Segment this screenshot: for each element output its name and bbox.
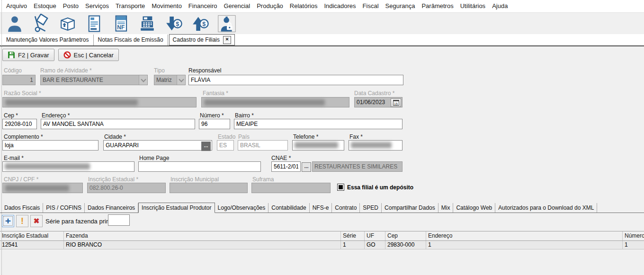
mdi-tab-bar: Manutenção Valores Parâmetros Notas Fisc… xyxy=(0,34,644,46)
menu-item[interactable]: Posto xyxy=(60,0,82,12)
ramo-atividade-label: Ramo de Atividade * xyxy=(40,67,92,74)
svg-text:$: $ xyxy=(202,20,206,27)
save-button[interactable]: F2 | Gravar xyxy=(2,49,54,61)
mdi-tab-manutencao[interactable]: Manutenção Valores Parâmetros xyxy=(2,35,94,45)
detail-tab[interactable]: Dados Financeiros xyxy=(85,203,138,213)
detail-tab[interactable]: Mix xyxy=(438,203,454,213)
column-header[interactable]: Inscrição Estadual xyxy=(0,231,64,240)
cnae-field[interactable] xyxy=(271,161,301,172)
browse-ellipsis-icon[interactable]: ... xyxy=(302,162,311,172)
fax-field[interactable] xyxy=(349,140,402,151)
endereco-field[interactable] xyxy=(41,119,195,129)
bairro-label: Bairro * xyxy=(235,112,254,119)
detail-tab[interactable]: Contrato xyxy=(332,203,360,213)
menu-item[interactable]: Financeiro xyxy=(185,0,221,12)
nf-document-icon[interactable]: NF xyxy=(109,13,133,34)
menu-item[interactable]: Transporte xyxy=(112,0,148,12)
checkbox-checked-icon xyxy=(339,185,343,189)
package-box-icon[interactable] xyxy=(56,13,80,34)
home-page-field[interactable] xyxy=(138,161,261,172)
detail-tab[interactable]: Catálogo Web xyxy=(453,203,495,213)
menu-item[interactable]: Relatórios xyxy=(286,0,321,12)
user-lock-icon[interactable] xyxy=(215,13,239,34)
main-toolbar: NF $ $ xyxy=(0,13,644,34)
inscricao-municipal-label: Inscrição Municipal xyxy=(170,176,219,183)
money-up-icon[interactable]: $ xyxy=(188,13,212,34)
cidade-field[interactable]: GUARAPARI ... xyxy=(103,140,212,151)
detail-tab[interactable]: Compartilhar Dados xyxy=(382,203,438,213)
column-header[interactable]: Série xyxy=(341,231,365,240)
column-header[interactable]: Fazenda xyxy=(64,231,341,240)
menu-item[interactable]: Gerencial xyxy=(221,0,254,12)
responsavel-field[interactable] xyxy=(188,75,403,85)
cep-field[interactable] xyxy=(2,119,37,129)
hand-truck-icon[interactable] xyxy=(29,13,53,34)
calendar-day: 15 xyxy=(393,100,399,106)
menu-item[interactable]: Serviços xyxy=(82,0,112,12)
detail-tab[interactable]: NFS-e xyxy=(310,203,332,213)
menu-item[interactable]: Fiscal xyxy=(359,0,382,12)
close-tab-icon[interactable]: ✕ xyxy=(223,36,231,44)
column-header[interactable]: UF xyxy=(365,231,385,240)
column-header[interactable]: Cep xyxy=(385,231,426,240)
telefone-field[interactable] xyxy=(292,140,344,151)
bairro-field[interactable] xyxy=(234,119,402,129)
ramo-atividade-select: BAR E RESTAURANTE xyxy=(40,75,148,85)
detail-tab[interactable]: Contabilidade xyxy=(268,203,309,213)
deposito-checkbox[interactable] xyxy=(337,184,344,191)
cnae-descricao-field: RESTAURANTES E SIMILARES xyxy=(312,161,402,172)
detail-tab[interactable]: PIS / COFINS xyxy=(43,203,85,213)
delete-button[interactable]: ✖ xyxy=(30,215,43,227)
fax-label: Fax * xyxy=(349,133,363,140)
menu-item[interactable]: Segurança xyxy=(382,0,419,12)
save-button-label: F2 | Gravar xyxy=(18,52,49,59)
telefone-input[interactable] xyxy=(292,140,344,151)
mdi-tab-cadastro-filiais[interactable]: Cadastro de Filiais ✕ xyxy=(169,34,235,45)
chevron-down-icon xyxy=(139,75,147,85)
detail-tab[interactable]: SPED xyxy=(360,203,382,213)
data-cadastro-value: 01/06/2023 xyxy=(357,99,385,106)
grid-row[interactable]: 12541 RIO BRANCO 1 GO 29830-000 1 1 xyxy=(0,241,644,249)
detail-tab[interactable]: Autorizados para o Download do XML xyxy=(495,203,597,213)
menu-item[interactable]: Indicadores xyxy=(321,0,359,12)
cancel-button[interactable]: Esc | Cancelar xyxy=(58,49,119,61)
browse-ellipsis-icon[interactable]: ... xyxy=(201,142,211,151)
menu-item[interactable]: Movimento xyxy=(148,0,185,12)
money-down-icon[interactable]: $ xyxy=(162,13,186,34)
mdi-tab-notas-fiscais[interactable]: Notas Fiscais de Emissão xyxy=(94,35,168,45)
menu-item[interactable]: Ajuda xyxy=(489,0,511,12)
numero-field[interactable] xyxy=(199,119,230,129)
add-button[interactable]: + xyxy=(2,215,14,227)
menu-item[interactable]: Arquivo xyxy=(3,0,30,12)
invoice-document-icon[interactable] xyxy=(82,13,106,34)
responsavel-label: Responsável xyxy=(188,67,221,74)
complemento-field[interactable] xyxy=(2,140,98,151)
warning-button[interactable]: ! xyxy=(16,215,28,227)
serie-fazenda-input[interactable] xyxy=(108,214,130,226)
user-icon[interactable] xyxy=(3,13,27,34)
menu-item[interactable]: Produção xyxy=(253,0,286,12)
menu-item[interactable]: Estoque xyxy=(30,0,60,12)
email-field[interactable] xyxy=(2,161,134,172)
chevron-down-icon xyxy=(177,75,185,85)
redacted-value xyxy=(204,99,325,106)
column-header[interactable]: Endereço xyxy=(426,231,623,240)
detail-tab[interactable]: Dados Fiscais xyxy=(1,203,43,213)
cell-cep: 29830-000 xyxy=(385,241,426,249)
codigo-label: Código xyxy=(4,67,22,74)
ramo-atividade-value: BAR E RESTAURANTE xyxy=(41,75,105,85)
cidade-label: Cidade * xyxy=(104,133,126,140)
cash-register-icon[interactable] xyxy=(135,13,159,34)
producer-toolbar: + ! ✖ Série para fazenda principal: xyxy=(0,213,644,231)
email-input[interactable] xyxy=(2,161,134,172)
cnae-descricao-value: RESTAURANTES E SIMILARES xyxy=(314,163,397,170)
detail-tab[interactable]: Logo/Observações xyxy=(215,203,269,213)
tipo-value: Matriz xyxy=(154,75,174,85)
menu-item[interactable]: Utilitários xyxy=(457,0,489,12)
numero-label: Número * xyxy=(200,112,224,119)
menu-item[interactable]: Parâmetros xyxy=(418,0,456,12)
menu-bar: ArquivoEstoquePostoServiçosTransporteMov… xyxy=(0,0,644,13)
column-header[interactable]: Número xyxy=(623,231,644,240)
detail-tab[interactable]: Inscrição Estadual Produtor xyxy=(138,203,215,213)
fax-input[interactable] xyxy=(349,140,402,151)
